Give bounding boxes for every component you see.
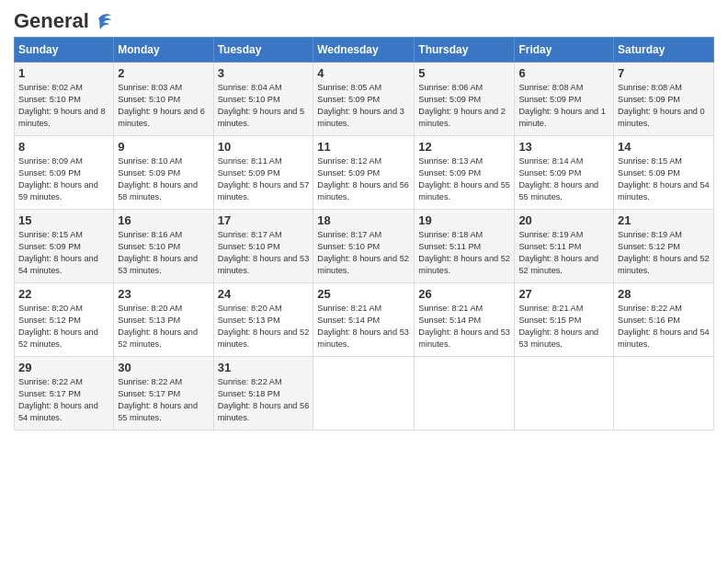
sunset-label: Sunset: 5:09 PM [317,95,380,104]
sunrise-label: Sunrise: 8:22 AM [118,377,182,386]
sunrise-label: Sunrise: 8:08 AM [518,83,583,92]
day-number: 17 [218,213,310,227]
calendar-cell: 18 Sunrise: 8:17 AM Sunset: 5:10 PM Dayl… [313,210,415,283]
day-info: Sunrise: 8:14 AM Sunset: 5:09 PM Dayligh… [518,155,609,203]
sunset-label: Sunset: 5:10 PM [18,95,81,104]
daylight-label: Daylight: 8 hours and 52 minutes. [317,254,409,275]
day-info: Sunrise: 8:22 AM Sunset: 5:17 PM Dayligh… [118,376,209,424]
sunset-label: Sunset: 5:17 PM [18,389,81,398]
day-number: 9 [118,140,209,154]
sunset-label: Sunset: 5:09 PM [518,95,581,104]
sunrise-label: Sunrise: 8:20 AM [18,304,83,313]
sunset-label: Sunset: 5:09 PM [418,95,481,104]
day-info: Sunrise: 8:03 AM Sunset: 5:10 PM Dayligh… [118,82,209,130]
calendar-week-row: 15 Sunrise: 8:15 AM Sunset: 5:09 PM Dayl… [15,210,714,283]
day-number: 19 [418,213,510,227]
daylight-label: Daylight: 9 hours and 2 minutes. [418,107,506,128]
calendar-cell: 25 Sunrise: 8:21 AM Sunset: 5:14 PM Dayl… [313,283,415,357]
day-info: Sunrise: 8:09 AM Sunset: 5:09 PM Dayligh… [18,155,109,203]
sunset-label: Sunset: 5:10 PM [118,242,180,251]
sunrise-label: Sunrise: 8:06 AM [418,83,483,92]
day-info: Sunrise: 8:18 AM Sunset: 5:11 PM Dayligh… [418,229,510,277]
calendar-cell: 23 Sunrise: 8:20 AM Sunset: 5:13 PM Dayl… [114,283,213,357]
day-number: 13 [518,140,609,154]
calendar-header-row: SundayMondayTuesdayWednesdayThursdayFrid… [15,38,714,63]
sunset-label: Sunset: 5:09 PM [518,168,581,178]
sunset-label: Sunset: 5:09 PM [118,168,180,178]
daylight-label: Daylight: 9 hours and 5 minutes. [218,107,305,128]
sunrise-label: Sunrise: 8:19 AM [618,230,682,239]
daylight-label: Daylight: 8 hours and 59 minutes. [18,180,98,201]
calendar-cell: 28 Sunrise: 8:22 AM Sunset: 5:16 PM Dayl… [614,283,714,357]
sunrise-label: Sunrise: 8:04 AM [218,83,282,92]
calendar-cell: 21 Sunrise: 8:19 AM Sunset: 5:12 PM Dayl… [614,210,714,283]
sunrise-label: Sunrise: 8:10 AM [118,156,182,166]
sunrise-label: Sunrise: 8:21 AM [317,304,381,313]
day-number: 3 [218,66,310,80]
logo-general: General [14,9,89,33]
day-number: 14 [618,140,710,154]
sunrise-label: Sunrise: 8:13 AM [418,156,483,166]
sunrise-label: Sunrise: 8:15 AM [618,156,682,166]
daylight-label: Daylight: 8 hours and 56 minutes. [218,401,310,422]
daylight-label: Daylight: 9 hours and 1 minute. [518,107,606,128]
day-number: 12 [418,140,510,154]
calendar-cell [614,357,714,431]
day-info: Sunrise: 8:22 AM Sunset: 5:18 PM Dayligh… [218,376,310,424]
sunrise-label: Sunrise: 8:14 AM [518,156,583,166]
day-number: 29 [18,361,109,374]
sunset-label: Sunset: 5:09 PM [618,168,680,178]
day-number: 28 [618,287,710,301]
day-number: 18 [317,213,410,227]
day-info: Sunrise: 8:17 AM Sunset: 5:10 PM Dayligh… [317,229,410,277]
calendar-cell: 22 Sunrise: 8:20 AM Sunset: 5:12 PM Dayl… [15,283,114,357]
daylight-label: Daylight: 8 hours and 54 minutes. [618,180,710,201]
sunset-label: Sunset: 5:10 PM [218,242,280,251]
day-number: 16 [118,213,209,227]
calendar-header-wednesday: Wednesday [313,38,415,63]
day-number: 30 [118,361,209,374]
calendar-week-row: 1 Sunrise: 8:02 AM Sunset: 5:10 PM Dayli… [15,63,714,136]
sunrise-label: Sunrise: 8:08 AM [618,83,682,92]
day-info: Sunrise: 8:08 AM Sunset: 5:09 PM Dayligh… [618,82,710,130]
day-info: Sunrise: 8:21 AM Sunset: 5:15 PM Dayligh… [518,303,609,350]
sunrise-label: Sunrise: 8:21 AM [518,304,583,313]
day-number: 5 [418,66,510,80]
day-number: 7 [618,66,710,80]
day-info: Sunrise: 8:21 AM Sunset: 5:14 PM Dayligh… [418,303,510,350]
calendar-cell: 2 Sunrise: 8:03 AM Sunset: 5:10 PM Dayli… [114,63,213,136]
day-number: 27 [518,287,609,301]
sunrise-label: Sunrise: 8:05 AM [317,83,381,92]
calendar-header-tuesday: Tuesday [213,38,313,63]
calendar-cell: 26 Sunrise: 8:21 AM Sunset: 5:14 PM Dayl… [415,283,515,357]
daylight-label: Daylight: 9 hours and 8 minutes. [18,107,106,128]
sunset-label: Sunset: 5:18 PM [218,389,280,398]
calendar-cell: 31 Sunrise: 8:22 AM Sunset: 5:18 PM Dayl… [213,357,313,431]
calendar-week-row: 29 Sunrise: 8:22 AM Sunset: 5:17 PM Dayl… [15,357,714,431]
sunset-label: Sunset: 5:09 PM [418,168,481,178]
sunset-label: Sunset: 5:16 PM [618,316,680,325]
sunset-label: Sunset: 5:11 PM [418,242,481,251]
sunset-label: Sunset: 5:13 PM [118,316,180,325]
day-number: 31 [218,361,310,374]
day-info: Sunrise: 8:19 AM Sunset: 5:12 PM Dayligh… [618,229,710,277]
calendar-cell: 10 Sunrise: 8:11 AM Sunset: 5:09 PM Dayl… [213,136,313,210]
sunrise-label: Sunrise: 8:22 AM [618,304,682,313]
day-info: Sunrise: 8:21 AM Sunset: 5:14 PM Dayligh… [317,303,410,350]
calendar-cell [313,357,415,431]
daylight-label: Daylight: 8 hours and 52 minutes. [518,254,598,275]
calendar-week-row: 22 Sunrise: 8:20 AM Sunset: 5:12 PM Dayl… [15,283,714,357]
calendar-cell: 12 Sunrise: 8:13 AM Sunset: 5:09 PM Dayl… [415,136,515,210]
sunset-label: Sunset: 5:09 PM [317,168,380,178]
calendar-cell: 1 Sunrise: 8:02 AM Sunset: 5:10 PM Dayli… [15,63,114,136]
sunrise-label: Sunrise: 8:20 AM [118,304,182,313]
calendar-header-friday: Friday [515,38,614,63]
calendar-cell: 20 Sunrise: 8:19 AM Sunset: 5:11 PM Dayl… [515,210,614,283]
sunset-label: Sunset: 5:09 PM [218,168,280,178]
sunrise-label: Sunrise: 8:09 AM [18,156,83,166]
day-info: Sunrise: 8:20 AM Sunset: 5:13 PM Dayligh… [118,303,209,350]
day-info: Sunrise: 8:17 AM Sunset: 5:10 PM Dayligh… [218,229,310,277]
daylight-label: Daylight: 8 hours and 53 minutes. [118,254,198,275]
daylight-label: Daylight: 8 hours and 55 minutes. [118,401,198,422]
sunrise-label: Sunrise: 8:22 AM [218,377,282,386]
